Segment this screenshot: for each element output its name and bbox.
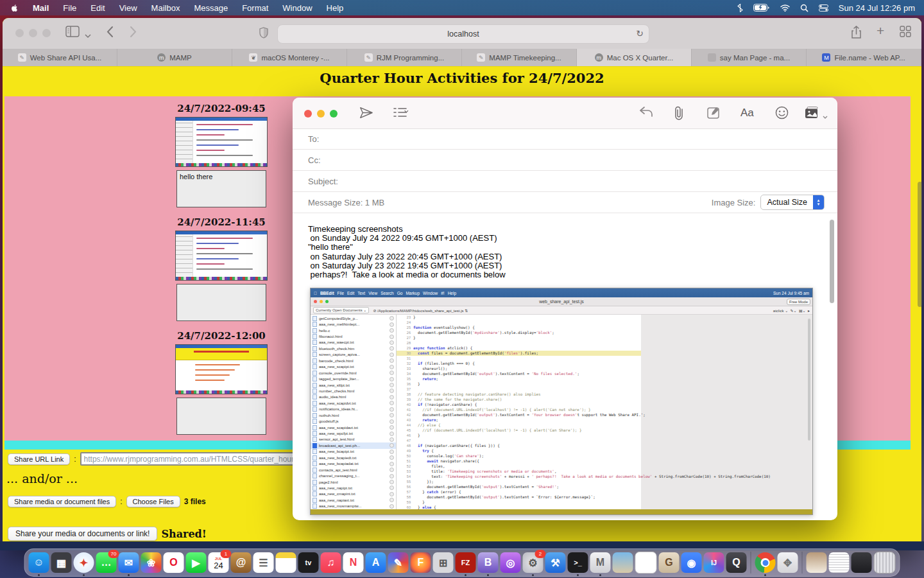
- dock-icon-trash[interactable]: [874, 552, 896, 574]
- dock-icon-calculator[interactable]: ⊞: [433, 552, 454, 573]
- dock-icon-messages[interactable]: …70: [96, 552, 117, 573]
- sidebar-icon[interactable]: [65, 26, 80, 40]
- dock-icon-art-text[interactable]: ✎: [388, 552, 409, 573]
- dock-icon-quicktime[interactable]: Q: [726, 552, 747, 573]
- entry-thumbnail[interactable]: [175, 117, 268, 167]
- dock-icon-contacts[interactable]: @: [231, 552, 252, 573]
- dock-icon-opera[interactable]: O: [164, 552, 184, 573]
- share-media-files-button[interactable]: Share media or document files: [8, 496, 116, 507]
- attach-icon[interactable]: [674, 106, 684, 123]
- dock-icon-desktop-preview[interactable]: [613, 552, 633, 573]
- dock-icon-minimized-window-2[interactable]: [829, 552, 850, 573]
- dock-icon-finder[interactable]: ☺: [29, 552, 49, 573]
- tab-file-name-web-ap[interactable]: MFile.name - Web AP...: [807, 49, 921, 66]
- dock-icon-notes[interactable]: [276, 552, 296, 573]
- mail-minimize-button[interactable]: [317, 110, 325, 118]
- tab-rjm-programming[interactable]: ✎RJM Programming...: [347, 49, 462, 66]
- dock-icon-mamp[interactable]: M: [590, 552, 611, 573]
- dock-icon-libreoffice[interactable]: [635, 552, 657, 574]
- control-center-icon[interactable]: [819, 4, 828, 12]
- entry-note-textarea[interactable]: [176, 398, 266, 435]
- menu-item-message[interactable]: Message: [194, 3, 228, 13]
- dock-icon-music[interactable]: ♫: [321, 552, 341, 573]
- menu-item-view[interactable]: View: [119, 3, 137, 13]
- dock-icon-mail[interactable]: ✉: [119, 552, 139, 573]
- undo-icon[interactable]: [639, 106, 653, 121]
- active-app-name[interactable]: Mail: [33, 3, 49, 13]
- privacy-shield-icon[interactable]: [259, 27, 268, 41]
- dock-icon-calendar[interactable]: JUL241: [209, 552, 229, 573]
- share-url-link-button[interactable]: Share URL Link: [8, 453, 70, 465]
- to-field[interactable]: To:: [293, 128, 837, 150]
- cc-field[interactable]: Cc:: [293, 150, 837, 171]
- close-button[interactable]: [15, 29, 24, 37]
- tab-mamp[interactable]: mMAMP: [117, 49, 232, 66]
- tab-macos-monterey[interactable]: ❦macOS Monterey -...: [232, 49, 347, 66]
- page-scrollbar[interactable]: [918, 182, 922, 307]
- dock-icon-photos[interactable]: ❀: [141, 552, 162, 573]
- dock-icon-news[interactable]: N: [343, 552, 364, 573]
- image-size-select[interactable]: Actual Size ▲▼: [760, 195, 825, 210]
- dock-icon-terminal[interactable]: >_: [568, 552, 588, 573]
- dock-icon-gimp[interactable]: G: [659, 552, 680, 573]
- dock-icon-launchpad[interactable]: ▦: [51, 552, 72, 573]
- tab-web-share-api-usa[interactable]: ✎Web Share API Usa...: [3, 49, 117, 66]
- entry-note-textarea[interactable]: [176, 284, 266, 321]
- dock-icon-zoom[interactable]: ◉: [681, 552, 702, 573]
- emoji-icon[interactable]: [775, 106, 789, 122]
- dock-icon-firefox[interactable]: F: [411, 552, 431, 573]
- photo-browser-chevron-icon[interactable]: [823, 110, 828, 122]
- zoom-button[interactable]: [42, 29, 51, 37]
- dock-icon-minimized-window-1[interactable]: [807, 552, 827, 573]
- dock-icon-facetime[interactable]: ▶: [186, 552, 207, 573]
- entry-thumbnail[interactable]: [175, 231, 268, 281]
- menu-item-format[interactable]: Format: [242, 3, 268, 13]
- dock-icon-app-store[interactable]: A: [366, 552, 386, 573]
- forward-icon[interactable]: [130, 26, 137, 40]
- menu-item-file[interactable]: File: [63, 3, 76, 13]
- markup-icon[interactable]: [707, 106, 721, 122]
- tab-mamp-timekeeping[interactable]: ✎MAMP Timekeeping...: [462, 49, 577, 66]
- wifi-icon[interactable]: [780, 4, 790, 12]
- battery-icon[interactable]: [753, 4, 770, 12]
- reload-icon[interactable]: ↻: [636, 28, 644, 39]
- dock-icon-reminders[interactable]: ☰: [253, 552, 274, 573]
- dock-icon-podcasts[interactable]: ◎: [501, 552, 521, 573]
- apple-menu-icon[interactable]: [10, 3, 19, 13]
- minimize-button[interactable]: [29, 29, 37, 37]
- sidebar-chevron-icon[interactable]: [85, 30, 91, 41]
- menu-bar-clock[interactable]: Sun 24 Jul 12:26 pm: [839, 3, 915, 13]
- mail-scrollbar[interactable]: [830, 220, 834, 303]
- tab-say-man-page-ma[interactable]: say Man Page - ma...: [692, 49, 807, 66]
- entry-thumbnail[interactable]: [175, 344, 268, 394]
- header-fields-icon[interactable]: [393, 106, 412, 121]
- menu-item-window[interactable]: Window: [282, 3, 312, 13]
- dock-icon-xcode[interactable]: ⚒: [545, 552, 566, 573]
- share-icon[interactable]: [851, 26, 862, 42]
- dock-icon-system-preferences[interactable]: ⚙2: [523, 552, 543, 573]
- mail-close-button[interactable]: [304, 110, 312, 118]
- dock-icon-grabber[interactable]: ✥: [778, 552, 798, 573]
- dock-icon-chrome[interactable]: [755, 552, 776, 573]
- back-icon[interactable]: [107, 26, 114, 40]
- entry-note-textarea[interactable]: hello there: [176, 170, 266, 207]
- bbedit-scrollbar[interactable]: [808, 319, 810, 441]
- dock-icon-filezilla[interactable]: FZ: [456, 552, 476, 573]
- bluetooth-icon[interactable]: [737, 4, 743, 12]
- dock-icon-bbedit[interactable]: B: [478, 552, 499, 573]
- dock-icon-intellij[interactable]: IJ: [704, 552, 724, 573]
- tab-mac-os-x-quarter[interactable]: mMac OS X Quarter...: [577, 49, 692, 66]
- new-tab-icon[interactable]: +: [877, 23, 884, 39]
- photo-browser-icon[interactable]: [805, 106, 821, 122]
- menu-item-mailbox[interactable]: Mailbox: [151, 3, 180, 13]
- message-body[interactable]: Timekeeping screenshots on Sunday July 2…: [308, 225, 821, 279]
- menu-item-edit[interactable]: Edit: [90, 3, 105, 13]
- spotlight-search-icon[interactable]: [800, 4, 809, 12]
- dock-icon-apple-tv[interactable]: tv: [298, 552, 319, 573]
- subject-field[interactable]: Subject:: [293, 171, 837, 192]
- dock-icon-minimized-window-3[interactable]: [851, 552, 872, 573]
- format-icon[interactable]: Aa: [740, 107, 754, 119]
- share-submit-button[interactable]: Share your media or documents or link!: [8, 527, 157, 541]
- menu-item-help[interactable]: Help: [327, 3, 344, 13]
- address-bar[interactable]: localhost ↻: [277, 24, 649, 44]
